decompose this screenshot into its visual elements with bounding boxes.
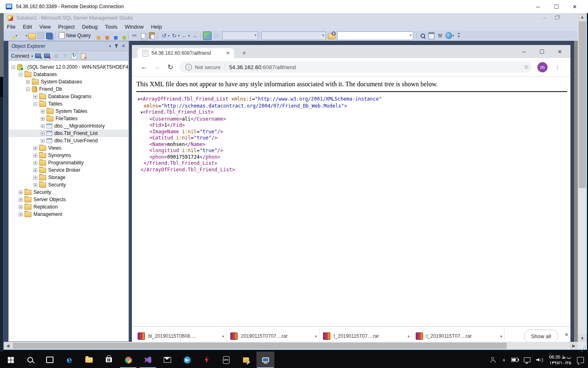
window-position-icon[interactable]: ▾: [109, 44, 111, 48]
chevron-up-icon[interactable]: ∧: [502, 358, 505, 362]
toolbar-icon-open[interactable]: [28, 33, 36, 39]
new-query-button[interactable]: New Query: [59, 32, 91, 39]
toolbar-icon-save-all[interactable]: [45, 32, 53, 40]
download-item[interactable]: t_20190115T07....rar▾: [323, 330, 410, 342]
toolbar-icon-nav-back[interactable]: [180, 32, 188, 40]
browser-tab[interactable]: 54.36.162.60:6087/allfriend ✕: [138, 48, 234, 58]
toolbar-icon-folder-find[interactable]: [328, 34, 335, 39]
tree-item[interactable]: +dbo.__MigrationHistory: [9, 122, 128, 130]
tree-expander-icon[interactable]: +: [19, 191, 22, 194]
downloads-bar-close-icon[interactable]: ✕: [564, 332, 569, 338]
chevron-down-icon[interactable]: ▾: [31, 54, 33, 58]
menu-file[interactable]: File: [3, 23, 19, 31]
tree-expander-icon[interactable]: +: [33, 95, 37, 99]
toolbar-icon-paste[interactable]: [148, 32, 156, 40]
dropdown-arrow-icon[interactable]: ▾: [188, 34, 190, 38]
toolbar-icon-find[interactable]: [419, 32, 427, 40]
tree-item[interactable]: +FileTables: [9, 115, 128, 122]
dropdown-arrow-icon[interactable]: ▾: [16, 34, 17, 38]
menu-help[interactable]: Help: [147, 23, 166, 31]
download-caret-icon[interactable]: ▾: [500, 334, 502, 339]
menu-window[interactable]: Window: [121, 23, 147, 31]
tree-expander-icon[interactable]: +: [33, 154, 37, 157]
chrome-minimize-button[interactable]: ─: [515, 45, 533, 58]
chrome-menu-icon[interactable]: ⋮: [553, 61, 561, 73]
toolbar-icon-q-db[interactable]: [93, 32, 100, 40]
refresh-icon[interactable]: [71, 53, 78, 59]
tree-expander-icon[interactable]: −: [26, 88, 30, 91]
taskbar-item-ssms[interactable]: [237, 352, 255, 368]
tree-item[interactable]: +Programmability: [9, 159, 128, 166]
taskbar-item-start[interactable]: [2, 352, 20, 368]
tree-item[interactable]: −. (SQL Server 12.0.2000 - WIN-NSAKT5HOE…: [9, 63, 128, 71]
tree-item[interactable]: +dbo.Tbl_UserFriend: [9, 137, 128, 144]
speaker-icon[interactable]: [536, 357, 543, 363]
toolbar-icon-redo[interactable]: [170, 32, 178, 40]
toolbar-icon-q-dmx[interactable]: [110, 32, 118, 40]
taskbar-item-telegram[interactable]: [178, 352, 196, 368]
taskbar-item-explorer[interactable]: [80, 352, 98, 368]
script-error-icon[interactable]: [80, 53, 87, 59]
toolbar-icon-new-project[interactable]: [8, 32, 16, 40]
tree-item[interactable]: +System Tables: [9, 108, 128, 115]
tree-item[interactable]: +Views: [9, 144, 128, 152]
toolbar-combobox[interactable]: [222, 31, 258, 40]
action-center-icon[interactable]: [577, 357, 584, 363]
toolbar-icon-browser[interactable]: [445, 32, 452, 40]
download-item[interactable]: t_20190115T07....rar▾: [416, 330, 502, 342]
battery-icon[interactable]: [511, 358, 518, 362]
tree-expander-icon[interactable]: −: [11, 65, 15, 69]
forward-button[interactable]: →: [151, 61, 163, 73]
pin-icon[interactable]: [114, 44, 118, 48]
tree-expander-icon[interactable]: +: [33, 168, 37, 172]
taskbar-item-visual-studio[interactable]: [139, 352, 157, 368]
scroll-up-button[interactable]: ▲: [578, 13, 587, 20]
people-icon[interactable]: [490, 357, 497, 363]
taskbar-item-search[interactable]: [21, 352, 39, 368]
toolbar-icon-q-xmla[interactable]: [118, 32, 126, 40]
tab-close-icon[interactable]: ✕: [226, 50, 230, 56]
menu-view[interactable]: View: [36, 23, 54, 31]
bookmark-star-icon[interactable]: ☆: [521, 61, 532, 73]
tree-item[interactable]: +Security: [9, 188, 128, 196]
horizontal-scroll-thumb[interactable]: [13, 343, 507, 349]
rdp-maximize-button[interactable]: ☐: [547, 0, 566, 13]
tree-item[interactable]: +Security: [9, 181, 128, 188]
toolbar-icon-nav-fwd[interactable]: [191, 32, 198, 40]
network-icon[interactable]: [524, 357, 530, 362]
taskbar-item-bolt[interactable]: [198, 352, 216, 368]
toolbar-icon-copy[interactable]: [139, 32, 147, 40]
tree-item[interactable]: +dbo.Tbl_Friend_List: [9, 130, 128, 137]
taskbar-item-mail[interactable]: [158, 352, 176, 368]
menu-debug[interactable]: Debug: [78, 23, 101, 31]
scroll-right-button[interactable]: ▶: [570, 342, 578, 350]
download-caret-icon[interactable]: ▾: [315, 334, 317, 339]
tree-item[interactable]: −Databases: [9, 71, 128, 78]
tree-expander-icon[interactable]: +: [41, 132, 45, 135]
dropdown-arrow-icon[interactable]: ▾: [168, 34, 169, 38]
chrome-close-button[interactable]: ✕: [551, 45, 569, 58]
reload-button[interactable]: ↻: [165, 61, 176, 73]
scroll-left-button[interactable]: ◀: [4, 342, 12, 350]
horizontal-scrollbar[interactable]: ◀ ▶: [4, 342, 578, 350]
tree-item[interactable]: +Database Diagrams: [9, 93, 128, 100]
rdp-minimize-button[interactable]: ─: [529, 0, 547, 13]
show-all-downloads-button[interactable]: Show all: [524, 330, 558, 343]
tree-item[interactable]: +Management: [9, 211, 128, 218]
toolbar-combobox[interactable]: [337, 31, 413, 40]
rdp-close-button[interactable]: ✕: [566, 0, 584, 13]
tree-expander-icon[interactable]: +: [33, 183, 37, 187]
menu-tools[interactable]: Tools: [101, 23, 121, 31]
address-bar[interactable]: i Not secure 54.36.162.60:6087/allfriend: [180, 61, 529, 73]
toolbar-icon-props[interactable]: [428, 32, 435, 40]
vertical-scrollbar[interactable]: ▲ ▼: [578, 13, 587, 342]
download-caret-icon[interactable]: ▾: [222, 334, 224, 339]
tree-expander-icon[interactable]: +: [33, 146, 37, 150]
tree-item[interactable]: +System Databases: [9, 78, 128, 85]
tree-expander-icon[interactable]: +: [19, 198, 22, 202]
taskbar-item-edge[interactable]: e: [60, 352, 78, 368]
close-icon[interactable]: ✕: [122, 43, 125, 49]
tree-expander-icon[interactable]: +: [41, 124, 45, 128]
tree-expander-icon[interactable]: +: [26, 80, 30, 84]
download-item[interactable]: bl_20190115T0608....▾: [138, 330, 224, 342]
